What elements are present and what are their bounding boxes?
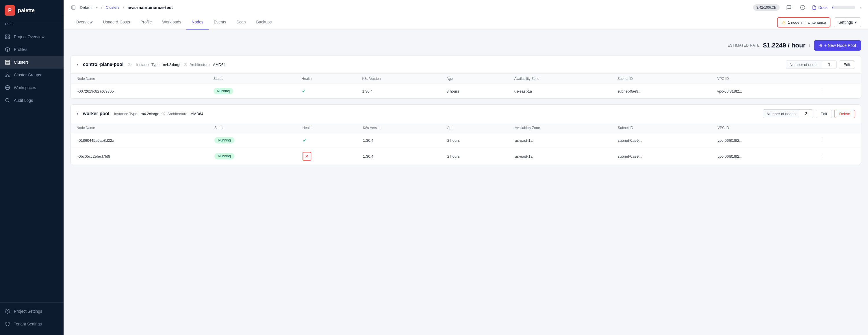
control-plane-edit-button[interactable]: Edit [839, 60, 855, 69]
worker-pool-chevron-icon[interactable]: ▾ [76, 112, 78, 116]
node-subnet: subnet-0ae9... [612, 148, 712, 165]
new-node-pool-button[interactable]: ⊕ + New Node Pool [814, 40, 861, 51]
sidebar-item-tenant-settings[interactable]: Tenant Settings [0, 318, 64, 330]
svg-point-17 [7, 311, 8, 312]
node-status: Running [208, 84, 296, 99]
cluster-icon [5, 72, 10, 78]
node-menu[interactable]: ⋮ [814, 133, 861, 148]
worker-pool-actions: Number of nodes Edit Delete [763, 109, 855, 118]
sidebar-item-project-settings[interactable]: Project Settings [0, 305, 64, 318]
node-k8s: 1.30.4 [357, 133, 441, 148]
workspace-chart-icon [70, 5, 76, 10]
tenant-icon [5, 321, 10, 327]
worker-count-input[interactable] [799, 110, 813, 118]
sidebar-item-profiles[interactable]: Profiles [0, 43, 64, 56]
sidebar: P palette 4.5.15 Project Overview Profil… [0, 0, 64, 335]
svg-line-11 [6, 74, 7, 76]
settings-label: Settings [838, 20, 853, 25]
node-status: Running [209, 148, 297, 165]
svg-rect-6 [5, 62, 10, 63]
control-plane-count-input[interactable] [823, 60, 836, 68]
audit-icon [5, 97, 10, 103]
svg-line-12 [7, 74, 9, 76]
worker-instance-type-label: Instance Type: [114, 112, 138, 116]
grid-icon [5, 34, 10, 39]
node-subnet: subnet-0ae9... [612, 84, 712, 99]
instance-type-label: Instance Type: [136, 62, 160, 67]
warning-icon: ⚠ [782, 20, 786, 25]
node-status: Running [209, 133, 297, 148]
tab-workloads[interactable]: Workloads [157, 15, 186, 29]
maintenance-health-icon: ✕ [303, 152, 311, 161]
worker-delete-button[interactable]: Delete [834, 110, 855, 118]
docs-button[interactable]: Docs [812, 5, 828, 10]
breadcrumb-sep-1: / [101, 5, 102, 9]
bell-icon[interactable] [798, 3, 807, 12]
node-vpc: vpc-06f818f2... [712, 133, 814, 148]
sidebar-label-profiles: Profiles [14, 47, 27, 52]
node-menu[interactable]: ⋮ [814, 84, 861, 99]
sidebar-item-workspaces[interactable]: Workspaces [0, 81, 64, 94]
col-subnet-1: Subnet ID [612, 74, 712, 84]
rate-info-icon[interactable]: ℹ [809, 44, 810, 48]
node-name: i-01860445a0ab8d22a [71, 133, 209, 148]
node-k8s: 1.30.4 [357, 148, 441, 165]
table-row: i-0bc05cc2efecf7fd8 Running ✕ 1.30.4 2 h… [71, 148, 861, 165]
svg-rect-1 [8, 35, 9, 36]
svg-marker-4 [5, 48, 10, 50]
col-status-2: Status [209, 123, 297, 133]
control-plane-pool-card: ▾ control-plane-pool ⓘ Instance Type: m4… [70, 55, 861, 99]
tab-overview[interactable]: Overview [70, 15, 98, 29]
svg-rect-2 [5, 37, 7, 39]
settings-icon [5, 308, 10, 314]
sidebar-logo: P palette [0, 0, 64, 21]
main-area: Default ▾ / Clusters / aws-maintenance-t… [64, 0, 868, 335]
version-label: 4.5.15 [0, 21, 64, 28]
tab-events[interactable]: Events [209, 15, 231, 29]
sidebar-item-cluster-groups[interactable]: Cluster Groups [0, 68, 64, 81]
rate-bar: ESTIMATED RATE $1.2249 / hour ℹ ⊕ + New … [70, 37, 861, 55]
svg-rect-7 [5, 63, 10, 64]
col-age-1: Age [441, 74, 508, 84]
sidebar-item-clusters[interactable]: Clusters [0, 56, 64, 68]
node-subnet: subnet-0ae9... [612, 133, 712, 148]
col-node-name-1: Node Name [71, 74, 208, 84]
node-age: 3 hours [441, 84, 508, 99]
sidebar-item-audit-logs[interactable]: Audit Logs [0, 94, 64, 107]
worker-instance-info-icon[interactable]: ⓘ [161, 111, 165, 116]
server-icon [5, 59, 10, 65]
logo-icon: P [5, 5, 15, 16]
table-row: i-01860445a0ab8d22a Running ✓ 1.30.4 2 h… [71, 133, 861, 148]
control-plane-actions: Number of nodes Edit [786, 60, 855, 69]
breadcrumb-clusters[interactable]: Clusters [106, 5, 120, 9]
expand-icon[interactable]: › [860, 5, 861, 9]
tab-usage-costs[interactable]: Usage & Costs [98, 15, 135, 29]
tab-nodes[interactable]: Nodes [186, 15, 208, 29]
col-age-2: Age [441, 123, 509, 133]
control-plane-info-icon[interactable]: ⓘ [128, 62, 131, 67]
tab-backups[interactable]: Backups [251, 15, 277, 29]
sidebar-label-cluster-groups: Cluster Groups [14, 73, 41, 77]
workspace-chevron-icon: ▾ [96, 5, 98, 9]
col-status-1: Status [208, 74, 296, 84]
control-plane-chevron-icon[interactable]: ▾ [76, 62, 78, 66]
node-health: ✓ [297, 133, 357, 148]
content-area: ESTIMATED RATE $1.2249 / hour ℹ ⊕ + New … [64, 30, 868, 335]
breadcrumb-sep-2: / [123, 5, 124, 9]
tabs-right: ⚠ 1 node in maintenance Settings ▾ [777, 17, 861, 27]
tab-profile[interactable]: Profile [135, 15, 157, 29]
chat-icon[interactable] [784, 3, 794, 12]
worker-edit-button[interactable]: Edit [816, 110, 832, 118]
instance-type-info-icon[interactable]: ⓘ [184, 62, 187, 67]
breadcrumb-current: aws-maintenance-test [127, 5, 173, 10]
settings-button[interactable]: Settings ▾ [834, 17, 861, 27]
tab-scan[interactable]: Scan [231, 15, 251, 29]
workspace-name[interactable]: Default [80, 5, 92, 10]
control-plane-node-table: Node Name Status Health K8s Version Age … [71, 74, 861, 99]
sidebar-item-project-overview[interactable]: Project Overview [0, 30, 64, 43]
sidebar-bottom: Project Settings Tenant Settings [0, 302, 64, 335]
worker-node-count: Number of nodes [763, 109, 813, 118]
node-az: us-east-1a [508, 84, 612, 99]
svg-rect-0 [5, 35, 7, 36]
node-menu[interactable]: ⋮ [814, 148, 861, 165]
